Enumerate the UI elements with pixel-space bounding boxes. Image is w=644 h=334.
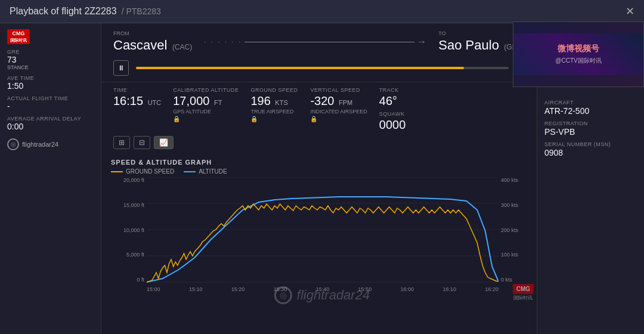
gs-lock-icon: 🔒 <box>250 116 298 122</box>
view-controls: ⊞ ⊟ 📈 <box>101 136 537 154</box>
legend-altitude: ALTITUDE <box>184 168 227 175</box>
gre-stat: GRE 73 STANCE <box>7 49 94 70</box>
arrow-line <box>244 42 415 42</box>
header: Playback of flight 2Z2283 / PTB2283 ✕ <box>0 0 644 23</box>
graph-legend: GROUND SPEED ALTITUDE <box>111 168 527 175</box>
flight-subtitle: / PTB2283 <box>122 7 161 16</box>
legend-groundspeed: GROUND SPEED <box>111 168 174 175</box>
flightradar-logo: ◎ flightradar24 <box>7 138 94 150</box>
from-block: FROM Cascavel (CAC) <box>113 30 192 53</box>
time-stat: TIME 16:15 UTC <box>113 87 161 131</box>
flight-stats: TIME 16:15 UTC CALIBRATED ALTITUDE 17,00… <box>101 82 537 136</box>
track-stat: TRACK 46° SQUAWK 0000 <box>379 87 427 131</box>
center-panel: FROM Cascavel (CAC) · · · · · · → TO Sao… <box>101 23 537 334</box>
weibo-handle: @CCTV国际时讯 <box>555 57 601 65</box>
grid-view-button[interactable]: ⊞ <box>113 136 130 149</box>
route-line: · · · · · · → <box>204 36 426 47</box>
flight-route: FROM Cascavel (CAC) · · · · · · → TO Sao… <box>101 23 537 58</box>
aircraft-info: AIRCRAFT ATR-72-500 REGISTRATION PS-VPB … <box>544 100 637 157</box>
graph-svg <box>147 177 499 283</box>
graph-view-button[interactable]: 📈 <box>154 136 174 149</box>
alt-lock-icon: 🔒 <box>173 116 239 122</box>
cmg-watermark: CMG 国际时讯 <box>513 283 534 301</box>
close-button[interactable]: ✕ <box>626 5 634 18</box>
vertspeed-stat: VERTICAL SPEED -320 FPM INDICATED AIRSPE… <box>310 87 367 131</box>
groundspeed-stat: GROUND SPEED 196 KTS TRUE AIRSPEED 🔒 <box>250 87 298 131</box>
actual-time-stat: ACTUAL FLIGHT TIME - <box>7 95 94 111</box>
progress-fill <box>136 67 464 69</box>
page-title: Playback of flight 2Z2283 <box>10 6 117 17</box>
avg-time-stat: AVE TIME 1:50 <box>7 75 94 91</box>
fr-icon: ◎ <box>7 138 19 150</box>
cmg-logo: CMG 国际时讯 <box>7 29 30 44</box>
weibo-logo: 微博视频号 <box>558 44 599 54</box>
graph-area: SPEED & ALTITUDE GRAPH GROUND SPEED ALTI… <box>101 154 537 334</box>
altitude-stat: CALIBRATED ALTITUDE 17,000 FT GPS ALTITU… <box>173 87 239 131</box>
delay-stat: AVERAGE ARRIVAL DELAY 0:00 <box>7 116 94 131</box>
pause-button[interactable]: ⏸ <box>113 60 129 76</box>
progress-bar[interactable] <box>136 67 509 69</box>
weibo-overlay: 微博视频号 @CCTV国际时讯 <box>513 21 644 87</box>
vs-lock-icon: 🔒 <box>310 116 367 122</box>
progress-area: ⏸ ✈ <box>101 58 537 82</box>
weibo-thumbnail: 微博视频号 @CCTV国际时讯 <box>513 33 643 75</box>
cmg-logo-area: CMG 国际时讯 <box>7 29 94 44</box>
left-panel: CMG 国际时讯 GRE 73 STANCE AVE TIME 1:50 ACT… <box>0 23 101 334</box>
graph-title: SPEED & ALTITUDE GRAPH <box>111 159 527 166</box>
to-block: TO Sao Paulo (GRU) <box>438 30 525 53</box>
list-view-button[interactable]: ⊟ <box>134 136 150 149</box>
